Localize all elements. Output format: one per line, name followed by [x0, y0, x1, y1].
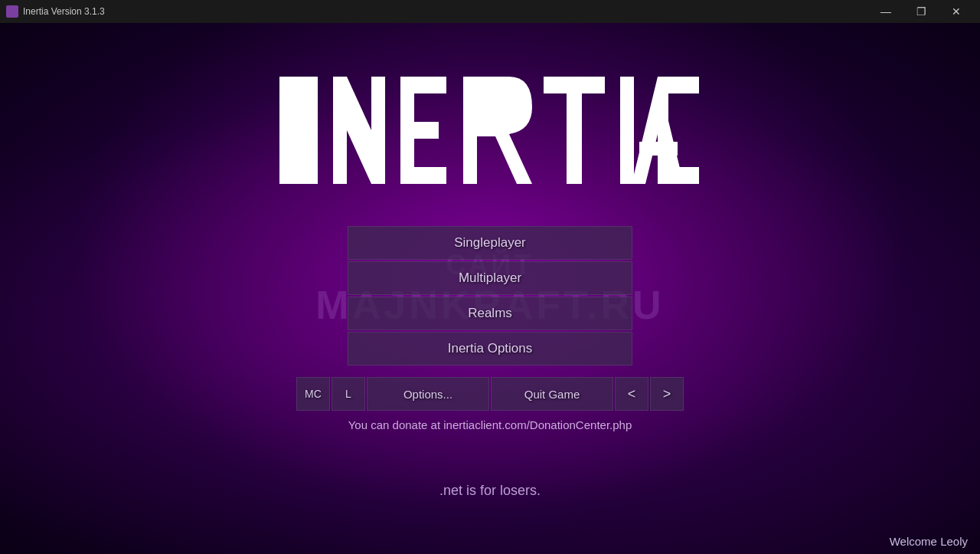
titlebar-title: Inertia Version 3.1.3: [6, 5, 105, 18]
prev-button[interactable]: <: [615, 377, 648, 411]
inertia-options-button[interactable]: Inertia Options: [348, 332, 632, 366]
bottom-row: MC L Options... Quit Game < >: [296, 377, 684, 411]
singleplayer-button[interactable]: Singleplayer: [348, 226, 632, 260]
multiplayer-button[interactable]: Multiplayer: [348, 261, 632, 295]
svg-point-9: [490, 86, 521, 129]
l-button[interactable]: L: [332, 377, 365, 411]
svg-rect-16: [668, 77, 699, 93]
titlebar-icon: [6, 5, 18, 18]
svg-rect-3: [371, 77, 385, 184]
svg-rect-15: [658, 77, 668, 184]
logo-svg: [272, 69, 708, 192]
logo-container: [272, 69, 708, 192]
svg-rect-6: [400, 122, 439, 139]
titlebar: Inertia Version 3.1.3 — ❐ ✕: [0, 0, 980, 23]
svg-rect-12: [620, 77, 634, 184]
realms-button[interactable]: Realms: [348, 297, 632, 330]
donation-text: You can donate at inertiaclient.com/Dona…: [348, 418, 632, 431]
tagline: .net is for losers.: [439, 483, 541, 499]
menu: Singleplayer Multiplayer Realms Inertia …: [345, 226, 635, 367]
next-button[interactable]: >: [650, 377, 684, 411]
svg-rect-5: [400, 77, 446, 93]
close-button[interactable]: ✕: [939, 0, 974, 23]
titlebar-title-text: Inertia Version 3.1.3: [23, 6, 105, 17]
welcome-text: Welcome Leoly: [890, 535, 968, 548]
titlebar-controls: — ❐ ✕: [868, 0, 974, 23]
minimize-button[interactable]: —: [868, 0, 903, 23]
maximize-button[interactable]: ❐: [903, 0, 939, 23]
svg-rect-7: [400, 167, 446, 184]
svg-rect-17: [668, 167, 699, 184]
quit-game-button[interactable]: Quit Game: [491, 377, 613, 411]
svg-rect-10: [544, 77, 605, 93]
options-button[interactable]: Options...: [367, 377, 489, 411]
svg-rect-8: [463, 77, 477, 184]
svg-rect-11: [567, 93, 582, 184]
svg-rect-0: [279, 77, 318, 184]
main-area: САЙТ MAJNKRAFT.RU: [0, 23, 980, 554]
mc-button[interactable]: MC: [296, 377, 330, 411]
